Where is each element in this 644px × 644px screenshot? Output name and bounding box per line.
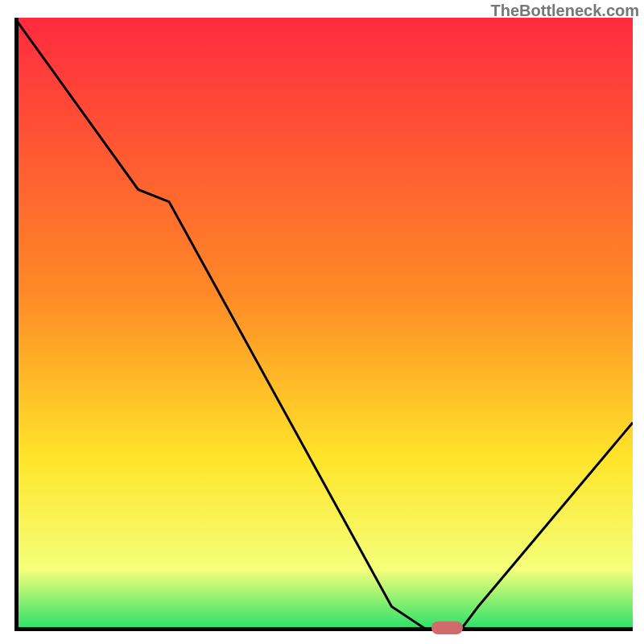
watermark-text: TheBottleneck.com bbox=[491, 2, 639, 20]
chart-container: TheBottleneck.com bbox=[0, 0, 644, 644]
x-axis bbox=[14, 627, 633, 631]
gradient-bg bbox=[14, 18, 633, 631]
y-axis bbox=[14, 18, 19, 631]
bottleneck-chart bbox=[14, 18, 633, 631]
optimal-marker bbox=[431, 621, 462, 634]
